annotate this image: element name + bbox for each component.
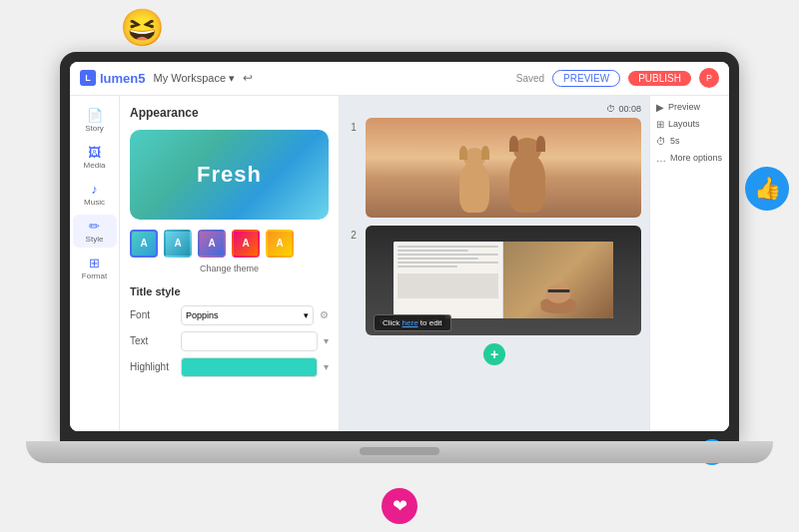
avatar[interactable]: P [699, 68, 719, 88]
sidebar-item-style[interactable]: ✏ Style [73, 215, 117, 248]
font-row: Font Poppins ▾ ⚙ [130, 305, 329, 325]
sidebar-item-music[interactable]: ♪ Music [73, 178, 117, 211]
theme-swatches: A A A A A [130, 230, 329, 258]
slide-2-image: Click here to edit Click here to edit [366, 226, 641, 335]
music-icon: ♪ [91, 182, 98, 197]
media-icon: 🖼 [88, 145, 101, 160]
text-row: Text ▾ [130, 331, 329, 351]
here-link-2[interactable]: here [402, 318, 418, 327]
theme-preview-card[interactable]: Fresh [130, 130, 329, 220]
panel-title: Appearance [130, 106, 329, 120]
preview-label: Preview [668, 102, 700, 112]
swatch-3[interactable]: A [198, 230, 226, 258]
app-body: 📄 Story 🖼 Media ♪ Music [70, 96, 729, 431]
layouts-label: Layouts [668, 119, 700, 129]
sidebar-item-story[interactable]: 📄 Story [73, 104, 117, 137]
swatch-2[interactable]: A [164, 230, 192, 258]
logo[interactable]: L lumen5 [80, 70, 146, 86]
slide-thumbnail-1[interactable] [366, 118, 641, 218]
slide-number-1: 1 [348, 122, 360, 133]
swatch-4[interactable]: A [232, 230, 260, 258]
saved-status: Saved [516, 73, 544, 84]
preview-item[interactable]: ▶ Preview [656, 102, 723, 113]
text-color-picker[interactable] [181, 331, 318, 351]
sidebar-label-style: Style [86, 235, 104, 244]
sidebar-label-media: Media [84, 161, 106, 170]
highlight-color-picker[interactable] [181, 357, 318, 377]
book-line [398, 254, 498, 256]
book-line [398, 258, 478, 260]
edit-suffix-2: to edit [418, 318, 442, 327]
story-icon: 📄 [87, 108, 103, 123]
slide-1-image [366, 118, 641, 218]
click-text-2: Click [383, 318, 402, 327]
logo-icon: L [80, 70, 96, 86]
book-line [398, 262, 498, 264]
sidebar-label-music: Music [84, 198, 105, 207]
publish-button[interactable]: PUBLISH [628, 71, 691, 86]
add-slide-area: + [348, 343, 641, 365]
workspace-selector[interactable]: My Workspace ▾ [154, 72, 236, 85]
more-options-icon: … [656, 153, 666, 164]
duration-icon: ⏱ [656, 136, 666, 147]
timer-value: 00:08 [618, 104, 641, 114]
logo-text: lumen5 [100, 71, 146, 86]
slide-thumbnail-2[interactable]: Click here to edit Click here to edit [366, 226, 641, 335]
font-label: Font [130, 309, 175, 320]
font-select-value: Poppins [186, 310, 219, 320]
slide-row-1: 1 [348, 118, 641, 218]
style-icon: ✏ [89, 219, 100, 234]
book-page-right [503, 242, 613, 318]
sidebar-label-story: Story [85, 124, 104, 133]
swatch-5[interactable]: A [266, 230, 294, 258]
sidebar-label-format: Format [82, 271, 107, 280]
highlight-row: Highlight ▾ [130, 357, 329, 377]
book-line [398, 250, 468, 252]
preview-icon: ▶ [656, 102, 664, 113]
duration-item[interactable]: ⏱ 5s [656, 136, 723, 147]
sidebar-item-format[interactable]: ⊞ Format [73, 252, 117, 284]
title-style-heading: Title style [130, 285, 329, 297]
font-settings-icon[interactable]: ⚙ [320, 309, 329, 320]
preview-button[interactable]: PREVIEW [552, 70, 620, 87]
edit-overlay-bottom[interactable]: Click here to edit [374, 314, 451, 331]
header: L lumen5 My Workspace ▾ ↩ Saved PREVIEW … [70, 62, 729, 96]
slide-number-2: 2 [348, 230, 360, 241]
font-select[interactable]: Poppins ▾ [181, 305, 314, 325]
book-visual [394, 242, 614, 318]
slide-row-2: 2 [348, 226, 641, 335]
scene: 😆 👍 ❤ L lumen5 My Workspace [40, 37, 759, 496]
highlight-label: Highlight [130, 361, 175, 372]
right-panel: ▶ Preview ⊞ Layouts ⏱ 5s [649, 96, 729, 431]
text-chevron-icon: ▾ [324, 335, 329, 346]
sidebar-item-media[interactable]: 🖼 Media [73, 141, 117, 174]
laptop: L lumen5 My Workspace ▾ ↩ Saved PREVIEW … [60, 52, 739, 481]
layouts-icon: ⊞ [656, 119, 664, 130]
canvas-area: ⏱ 00:08 1 [340, 96, 649, 431]
workspace-label: My Workspace [154, 72, 227, 84]
laptop-screen-inner: L lumen5 My Workspace ▾ ↩ Saved PREVIEW … [70, 62, 729, 431]
undo-icon[interactable]: ↩ [243, 71, 253, 85]
book-line [398, 266, 458, 267]
book-line [398, 246, 498, 248]
laptop-base [26, 441, 773, 463]
laptop-screen-outer: L lumen5 My Workspace ▾ ↩ Saved PREVIEW … [60, 52, 739, 441]
heart-decoration: ❤ [382, 488, 417, 524]
add-slide-button[interactable]: + [483, 343, 505, 365]
dog-scene [366, 118, 641, 218]
sidebar: 📄 Story 🖼 Media ♪ Music [70, 96, 120, 431]
laughing-emoji-decoration: 😆 [120, 7, 165, 49]
change-theme-label[interactable]: Change theme [130, 264, 329, 273]
chevron-icon: ▾ [304, 310, 309, 320]
swatch-1[interactable]: A [130, 230, 158, 258]
format-icon: ⊞ [89, 256, 100, 270]
theme-name: Fresh [197, 162, 262, 188]
app: L lumen5 My Workspace ▾ ↩ Saved PREVIEW … [70, 62, 729, 431]
more-options-item[interactable]: … More options [656, 153, 723, 164]
highlight-chevron-icon: ▾ [324, 361, 329, 372]
thumbsup-decoration: 👍 [745, 167, 789, 211]
thumbsup-icon: 👍 [754, 176, 781, 202]
timer-display: ⏱ 00:08 [348, 104, 641, 114]
heart-icon: ❤ [393, 495, 407, 517]
layouts-item[interactable]: ⊞ Layouts [656, 119, 723, 130]
